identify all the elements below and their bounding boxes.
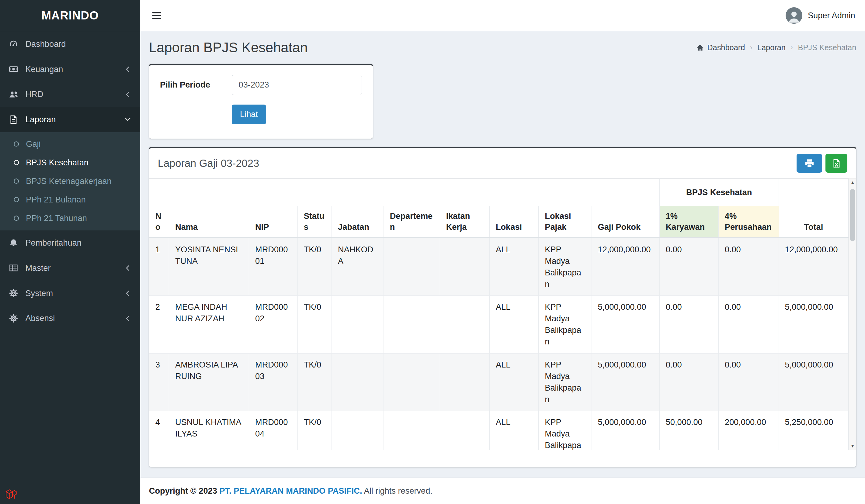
report-table-container: BPJS KesehatanNoNamaNIPStatusJabatanDepa… <box>149 178 856 450</box>
cell-gaji-pokok: 12,000,000.00 <box>591 238 659 296</box>
cell-nama: MEGA INDAH NUR AZIZAH <box>169 296 249 353</box>
cell-status: TK/0 <box>298 296 332 353</box>
cell-nip: MRD00003 <box>249 353 298 411</box>
sidebar-item-dashboard[interactable]: Dashboard <box>0 31 140 57</box>
chevron-left-icon <box>124 315 131 322</box>
cell-total: 12,000,000.00 <box>778 238 848 296</box>
sidebar-item-master[interactable]: Master <box>0 255 140 281</box>
breadcrumb-current: BPJS Kesehatan <box>798 43 856 52</box>
cell-lokasi-pajak: KPP Madya Balikpapan <box>539 353 591 411</box>
submenu-item-label: Gaji <box>26 139 41 149</box>
export-excel-button[interactable] <box>826 154 847 173</box>
scroll-down-button[interactable]: ▼ <box>849 442 856 450</box>
cell-nip: MRD00002 <box>249 296 298 353</box>
column-header-lokasi-pajak: Lokasi Pajak <box>539 206 591 238</box>
sidebar-nav: DashboardKeuanganHRDLaporanGajiBPJS Kese… <box>0 31 140 331</box>
cell-nip: MRD00004 <box>249 411 298 450</box>
cell-departemen <box>383 353 440 411</box>
footer-company-link[interactable]: PT. PELAYARAN MARINDO PASIFIC. <box>219 486 362 495</box>
chevron-down-icon <box>124 116 131 123</box>
dashboard-icon <box>9 39 18 49</box>
page-title: Laporan BPJS Kesehatan <box>149 40 308 56</box>
cell-lokasi: ALL <box>489 296 538 353</box>
column-header-lokasi: Lokasi <box>489 206 538 238</box>
file-icon <box>9 115 18 124</box>
users-icon <box>9 90 18 99</box>
footer: Copyright © 2023 PT. PELAYARAN MARINDO P… <box>140 478 865 504</box>
column-header-gaji-pokok: Gaji Pokok <box>591 206 659 238</box>
circle-o-icon <box>13 177 20 185</box>
breadcrumb-dashboard-label[interactable]: Dashboard <box>707 43 745 52</box>
cell-departemen <box>383 411 440 450</box>
submenu-item-pph-21-bulanan[interactable]: PPh 21 Bulanan <box>0 191 140 209</box>
column-header-ikatan-kerja: Ikatan Kerja <box>440 206 489 238</box>
print-button[interactable] <box>797 154 822 173</box>
cell-no: 2 <box>149 296 169 353</box>
breadcrumb-laporan[interactable]: Laporan <box>757 43 786 52</box>
user-avatar-icon <box>786 7 802 24</box>
circle-o-icon <box>13 196 20 203</box>
sidebar-item-absensi[interactable]: Absensi <box>0 306 140 331</box>
column-header-1-karyawan: 1% Karyawan <box>659 206 718 238</box>
breadcrumb-separator: › <box>791 44 793 52</box>
brand-text: MARINDO <box>42 9 99 22</box>
cell-nip: MRD00001 <box>249 238 298 296</box>
scrollbar-thumb[interactable] <box>850 189 855 241</box>
sidebar-item-pemberitahuan[interactable]: Pemberitahuan <box>0 231 140 256</box>
cell-4-perusahaan: 0.00 <box>718 238 778 296</box>
sidebar-toggle-button[interactable] <box>150 9 163 23</box>
sidebar: MARINDO DashboardKeuanganHRDLaporanGajiB… <box>0 0 140 504</box>
breadcrumb-separator: › <box>750 44 752 52</box>
cell-ikatan-kerja <box>440 411 489 450</box>
cell-gaji-pokok: 5,000,000.00 <box>591 296 659 353</box>
vertical-scrollbar[interactable]: ▲ ▼ <box>849 178 856 450</box>
circle-o-icon <box>13 215 20 222</box>
sidebar-item-keuangan[interactable]: Keuangan <box>0 57 140 82</box>
periode-input[interactable] <box>232 75 362 95</box>
printer-icon <box>805 159 814 168</box>
column-header-jabatan: Jabatan <box>332 206 384 238</box>
main-column: Super Admin Laporan BPJS Kesehatan Dashb… <box>140 0 865 504</box>
cell-ikatan-kerja <box>440 238 489 296</box>
submenu-item-pph-21-tahunan[interactable]: PPh 21 Tahunan <box>0 209 140 228</box>
sidebar-item-label: Master <box>25 263 50 273</box>
cell-nama: YOSINTA NENSI TUNA <box>169 238 249 296</box>
scroll-up-button[interactable]: ▲ <box>849 178 856 187</box>
cell-total: 5,250,000.00 <box>778 411 848 450</box>
table-icon <box>9 263 18 273</box>
cell-nama: AMBROSIA LIPA RUING <box>169 353 249 411</box>
filter-actions: Lihat <box>160 105 362 124</box>
cell-lokasi: ALL <box>489 411 538 450</box>
table-row: 4USNUL KHATIMA ILYASMRD00004TK/0ALLKPP M… <box>149 411 848 450</box>
circle-o-icon <box>13 140 20 148</box>
sidebar-item-laporan[interactable]: Laporan <box>0 107 140 132</box>
user-menu[interactable]: Super Admin <box>786 7 855 24</box>
brand-link[interactable]: MARINDO <box>0 0 140 31</box>
submenu-item-bpjs-ketenagakerjaan[interactable]: BPJS Ketenagakerjaan <box>0 172 140 191</box>
sidebar-item-label: Absensi <box>25 313 55 323</box>
column-header-status: Status <box>298 206 332 238</box>
sidebar-item-system[interactable]: System <box>0 281 140 306</box>
circle-o-icon <box>13 159 20 166</box>
file-excel-icon <box>832 159 841 168</box>
submenu-item-gaji[interactable]: Gaji <box>0 135 140 153</box>
submenu-item-bpjs-kesehatan[interactable]: BPJS Kesehatan <box>0 153 140 172</box>
column-header-4-perusahaan: 4% Perusahaan <box>718 206 778 238</box>
sidebar-item-hrd[interactable]: HRD <box>0 82 140 107</box>
cell-status: TK/0 <box>298 238 332 296</box>
chevron-left-icon <box>124 290 131 297</box>
table-row: 3AMBROSIA LIPA RUINGMRD00003TK/0ALLKPP M… <box>149 353 848 411</box>
cell-1-karyawan: 0.00 <box>659 238 718 296</box>
chevron-left-icon <box>124 66 131 73</box>
submenu-item-label: PPh 21 Tahunan <box>26 213 87 223</box>
cell-no: 3 <box>149 353 169 411</box>
cell-status: TK/0 <box>298 411 332 450</box>
breadcrumb-dashboard[interactable]: Dashboard <box>696 43 745 52</box>
top-navbar: Super Admin <box>140 0 865 31</box>
gear-icon <box>9 289 18 298</box>
cell-4-perusahaan: 0.00 <box>718 296 778 353</box>
sidebar-item-label: System <box>25 289 53 298</box>
lihat-button[interactable]: Lihat <box>232 105 266 124</box>
cell-jabatan <box>332 353 384 411</box>
cell-gaji-pokok: 5,000,000.00 <box>591 411 659 450</box>
